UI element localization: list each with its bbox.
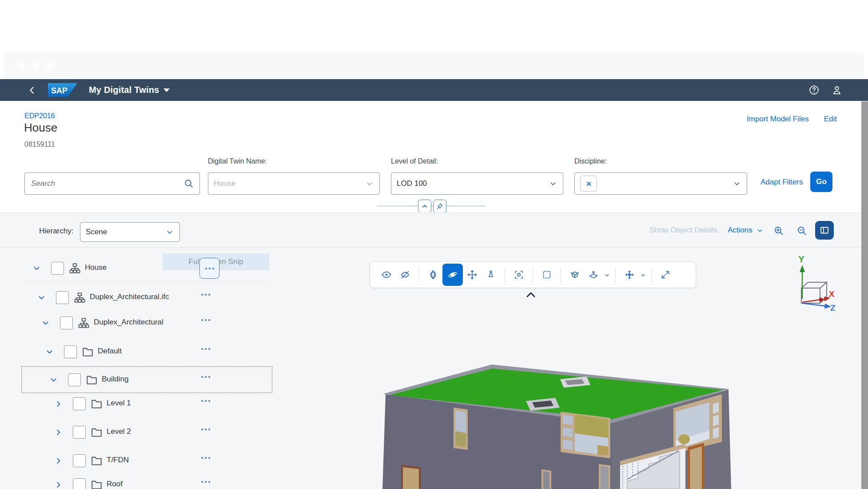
edit-link[interactable]: Edit [824, 115, 837, 124]
discipline-label: Discipline: [574, 157, 607, 165]
overflow-menu-button[interactable] [200, 427, 218, 432]
level-of-detail-label: Level of Detail: [391, 157, 438, 165]
expand-chevron-icon[interactable] [54, 481, 63, 489]
level-of-detail-value: LOD 100 [397, 179, 549, 188]
tree-item-building[interactable]: Building [24, 369, 269, 390]
overflow-menu-button[interactable] [200, 347, 218, 351]
discipline-multi-input[interactable] [574, 172, 747, 195]
folder-icon [90, 397, 103, 410]
folder-icon [90, 426, 103, 439]
turntable-tool-button[interactable] [424, 264, 442, 286]
discipline-clear-button[interactable] [580, 176, 597, 192]
user-button[interactable] [828, 81, 846, 99]
cross-section-tool-button[interactable] [565, 264, 584, 286]
tree-item-checkbox[interactable] [56, 291, 69, 304]
show-tool-button[interactable] [377, 264, 396, 286]
tree-item-checkbox[interactable] [68, 373, 81, 386]
tree-item-roof[interactable]: Roof [24, 474, 269, 489]
zoom-in-icon [773, 225, 784, 236]
overflow-menu-button[interactable] [200, 480, 218, 484]
collapse-chevron-icon[interactable] [32, 264, 41, 273]
expand-chevron-icon[interactable] [54, 457, 63, 465]
tree-item-duplex-architectural[interactable]: Duplex_Architectural [24, 313, 269, 333]
tree-item-checkbox[interactable] [64, 345, 77, 358]
tree-item-level-1[interactable]: Level 1 [24, 393, 269, 414]
chevron-up-icon [421, 202, 429, 210]
overflow-menu-button[interactable] [200, 293, 218, 297]
level-of-detail-select[interactable]: LOD 100 [391, 172, 563, 195]
predefined-views-dropdown-chevron[interactable] [639, 272, 647, 278]
chevron-down-icon [733, 179, 741, 188]
collapse-filter-bar-button[interactable] [418, 200, 431, 213]
folder-icon [85, 373, 98, 386]
collapse-chevron-icon[interactable] [37, 293, 46, 302]
full-screen-tool-button[interactable] [656, 264, 675, 286]
tree-item-label: Level 2 [107, 427, 131, 436]
axis-x-label: X [829, 289, 835, 299]
tree-item-checkbox[interactable] [73, 478, 86, 489]
help-icon [808, 84, 820, 96]
page-scrollbar[interactable] [861, 101, 868, 489]
axis-z-label: Z [830, 303, 836, 311]
tree-item-checkbox[interactable] [73, 426, 86, 439]
zoom-tool-button[interactable] [482, 264, 500, 286]
sitemap-icon [68, 262, 81, 275]
scene-hierarchy-tree: HouseDuplex_Architectural.ifcDuplex_Arch… [24, 0, 269, 489]
folder-icon [81, 345, 94, 358]
tree-item-checkbox[interactable] [60, 317, 73, 329]
tree-item-label: Building [102, 375, 129, 384]
pin-filter-bar-button[interactable] [433, 200, 446, 213]
tree-item-level-2[interactable]: Level 2 [24, 422, 269, 442]
chevron-down-icon [365, 179, 374, 188]
toolbar-separator [419, 267, 419, 283]
tree-item-default[interactable]: Default [24, 341, 269, 362]
help-button[interactable] [805, 81, 823, 99]
toggle-side-panel-button[interactable] [815, 221, 834, 240]
overflow-menu-button[interactable] [199, 258, 219, 279]
pin-icon [436, 202, 444, 210]
tree-item-checkbox[interactable] [73, 397, 86, 410]
chevron-down-icon [549, 179, 557, 188]
overflow-menu-button[interactable] [200, 375, 218, 379]
sitemap-icon [77, 317, 90, 329]
hide-icon [400, 269, 410, 280]
show-object-details-button[interactable]: Show Object Details [649, 226, 717, 235]
folder-icon [90, 478, 103, 489]
fit-to-selection-tool-button[interactable] [510, 264, 528, 286]
expand-chevron-icon[interactable] [54, 428, 63, 437]
clip-plane-dropdown-chevron[interactable] [603, 272, 611, 278]
zoom-in-button[interactable] [771, 223, 786, 238]
toolbar-separator [505, 267, 505, 283]
tree-item-duplex-architectural-ifc[interactable]: Duplex_Architectural.ifc [24, 287, 269, 308]
rectangular-selection-icon [542, 269, 552, 280]
tree-item-label: Default [98, 347, 122, 356]
actions-menu-button[interactable]: Actions [728, 226, 764, 235]
split-panel-icon [819, 225, 830, 236]
expand-chevron-icon[interactable] [54, 400, 63, 408]
predefined-views-tool-button[interactable] [620, 264, 639, 286]
collapse-chevron-icon[interactable] [45, 348, 54, 356]
overflow-menu-button[interactable] [200, 318, 218, 322]
orbit-tool-button[interactable] [442, 264, 463, 286]
axis-triad: Y X Z [784, 253, 838, 311]
tree-item-t-fdn[interactable]: T/FDN [24, 450, 269, 471]
rectangular-selection-tool-button[interactable] [538, 264, 556, 286]
collapse-chevron-icon[interactable] [49, 376, 58, 384]
collapse-chevron-icon[interactable] [41, 319, 50, 327]
collapse-toolbar-button[interactable] [525, 291, 537, 299]
adapt-filters-link[interactable]: Adapt Filters [760, 178, 803, 187]
zoom-out-button[interactable] [794, 223, 809, 238]
pan-tool-button[interactable] [463, 264, 482, 286]
overflow-menu-button[interactable] [200, 456, 218, 460]
tree-item-checkbox[interactable] [73, 454, 86, 467]
go-button[interactable]: Go [810, 172, 832, 192]
tree-item-checkbox[interactable] [51, 262, 64, 275]
turntable-icon [428, 269, 438, 280]
clip-plane-tool-button[interactable] [584, 264, 603, 286]
overflow-menu-button[interactable] [200, 399, 218, 403]
folder-icon [90, 454, 103, 467]
import-model-files-link[interactable]: Import Model Files [747, 115, 809, 124]
hide-tool-button[interactable] [396, 264, 414, 286]
user-icon [831, 84, 843, 96]
toolbar-separator [561, 267, 561, 283]
